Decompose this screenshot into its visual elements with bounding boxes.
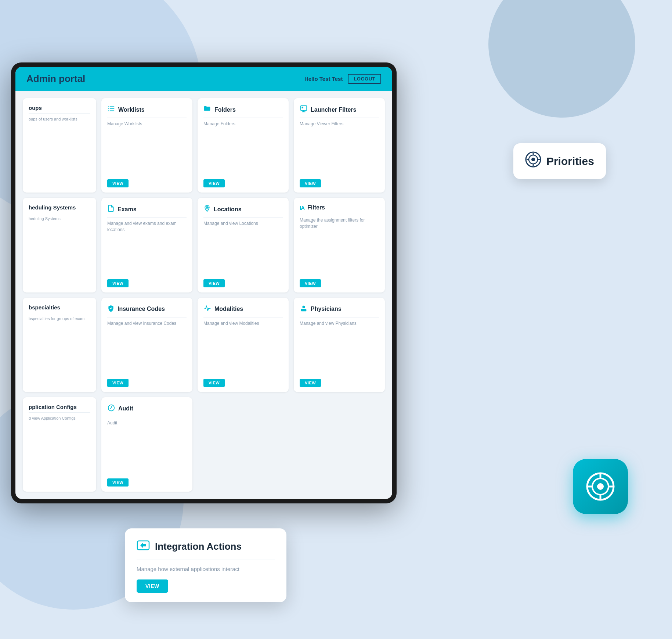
header: Admin portal Hello Test Test LOGOUT	[15, 67, 392, 91]
sidebar-appconfigs-title: pplication Configs	[29, 404, 90, 410]
insurance-view-button[interactable]: VIEW	[107, 379, 129, 387]
svg-rect-2	[108, 108, 109, 109]
card-audit-header: Audit	[107, 404, 187, 414]
modalities-view-button[interactable]: VIEW	[203, 379, 225, 387]
person-icon	[300, 304, 308, 314]
card-folders-title: Folders	[214, 107, 236, 113]
integration-icon	[137, 539, 150, 554]
integration-desc: Manage how external applicetions interac…	[137, 566, 275, 572]
svg-point-15	[531, 158, 535, 161]
card-exams-title: Exams	[118, 206, 137, 213]
integration-divider	[137, 560, 275, 560]
sidebar-appconfigs-desc: d view Application Configs	[29, 416, 90, 421]
sidebar-subspecialties-title: bspecialties	[29, 304, 90, 310]
divider	[300, 214, 379, 214]
card-physicians-desc: Manage and view Physicians	[300, 320, 379, 375]
card-worklists-title: Worklists	[118, 107, 145, 113]
card-insurance-codes: Insurance Codes Manage and view Insuranc…	[101, 298, 192, 392]
launcher-view-button[interactable]: VIEW	[300, 179, 321, 187]
svg-point-22	[597, 483, 604, 490]
divider	[300, 317, 379, 317]
divider	[29, 412, 90, 413]
card-worklists-desc: Manage Worklists	[107, 121, 187, 176]
location-icon	[203, 204, 211, 214]
modalities-icon	[203, 304, 212, 314]
card-filters-title: Filters	[307, 204, 325, 211]
divider	[107, 417, 187, 417]
divider	[29, 313, 90, 313]
content-grid: oups oups of users and worklists hedulin…	[15, 91, 392, 499]
card-physicians-title: Physicians	[311, 306, 342, 312]
sidebar-groups-desc: oups of users and worklists	[29, 116, 90, 122]
card-modalities-header: Modalities	[203, 304, 283, 314]
svg-rect-4	[108, 111, 109, 111]
card-physicians-header: Physicians	[300, 304, 379, 314]
card-locations: Locations Manage and view Locations VIEW	[198, 198, 289, 292]
divider	[107, 217, 187, 218]
svg-rect-7	[302, 107, 304, 109]
card-modalities: Modalities Manage and view Modalities VI…	[198, 298, 289, 392]
exams-view-button[interactable]: VIEW	[107, 279, 129, 287]
card-folders: Folders Manage Folders VIEW	[198, 98, 289, 193]
card-audit-desc: Audit	[107, 420, 187, 475]
integration-actions-card: Integration Actions Manage how external …	[125, 528, 286, 602]
svg-rect-0	[108, 107, 109, 107]
svg-rect-10	[301, 309, 307, 311]
divider	[107, 118, 187, 118]
logout-button[interactable]: LOGOUT	[348, 74, 381, 84]
card-worklists: Worklists Manage Worklists VIEW	[101, 98, 192, 193]
folder-icon	[203, 105, 212, 115]
header-greeting: Hello Test Test	[304, 76, 343, 82]
integration-header: Integration Actions	[137, 539, 275, 554]
audit-icon	[107, 404, 115, 414]
card-audit-title: Audit	[118, 405, 133, 412]
card-modalities-desc: Manage and view Modalities	[203, 320, 283, 375]
list-icon	[107, 105, 115, 115]
folders-view-button[interactable]: VIEW	[203, 179, 225, 187]
divider	[203, 217, 283, 218]
card-filters-desc: Manage the assignment filters for optimi…	[300, 217, 379, 275]
divider	[300, 118, 379, 118]
audit-view-button[interactable]: VIEW	[107, 478, 129, 487]
card-locations-desc: Manage and view Locations	[203, 220, 283, 275]
card-exams: Exams Manage and view exams and exam loc…	[101, 198, 192, 292]
locations-view-button[interactable]: VIEW	[203, 279, 225, 287]
bg-circle-top-right	[488, 0, 635, 118]
sidebar-card-subspecialties: bspecialties bspecialties for groups of …	[23, 298, 96, 392]
sidebar-scheduling-desc: heduling Systems	[29, 216, 90, 222]
svg-rect-3	[110, 108, 114, 109]
card-insurance-desc: Manage and view Insurance Codes	[107, 320, 187, 375]
launcher-icon	[300, 105, 308, 115]
worklists-view-button[interactable]: VIEW	[107, 179, 129, 187]
sidebar-scheduling-title: heduling Systems	[29, 204, 90, 211]
integration-view-button[interactable]: VIEW	[137, 579, 168, 593]
sidebar-card-groups: oups oups of users and worklists	[23, 98, 96, 193]
integration-title: Integration Actions	[155, 541, 242, 552]
card-locations-header: Locations	[203, 204, 283, 214]
card-worklists-header: Worklists	[107, 105, 187, 115]
svg-rect-1	[110, 107, 114, 107]
floating-target-button[interactable]	[573, 459, 628, 514]
divider	[203, 118, 283, 118]
card-audit: Audit Audit VIEW	[101, 397, 192, 492]
divider	[203, 317, 283, 317]
card-physicians: Physicians Manage and view Physicians VI…	[294, 298, 385, 392]
svg-point-9	[207, 207, 208, 208]
card-exams-desc: Manage and view exams and exam locations	[107, 220, 187, 275]
card-filters: IA Filters Manage the assignment filters…	[294, 198, 385, 292]
card-exams-header: Exams	[107, 204, 187, 214]
shield-icon	[107, 304, 115, 314]
priorities-icon	[525, 151, 541, 171]
card-launcher-desc: Manage Viewer Filters	[300, 121, 379, 176]
priorities-title: Priorities	[546, 155, 594, 168]
sidebar-card-scheduling: heduling Systems heduling Systems	[23, 198, 96, 292]
physicians-view-button[interactable]: VIEW	[300, 379, 321, 387]
card-folders-header: Folders	[203, 105, 283, 115]
card-folders-desc: Manage Folders	[203, 121, 283, 176]
sidebar-subspecialties-desc: bspecialties for groups of exam	[29, 316, 90, 322]
divider	[107, 317, 187, 317]
svg-rect-5	[110, 111, 114, 111]
divider	[29, 213, 90, 213]
filters-view-button[interactable]: VIEW	[300, 279, 321, 287]
card-launcher-filters: Launcher Filters Manage Viewer Filters V…	[294, 98, 385, 193]
